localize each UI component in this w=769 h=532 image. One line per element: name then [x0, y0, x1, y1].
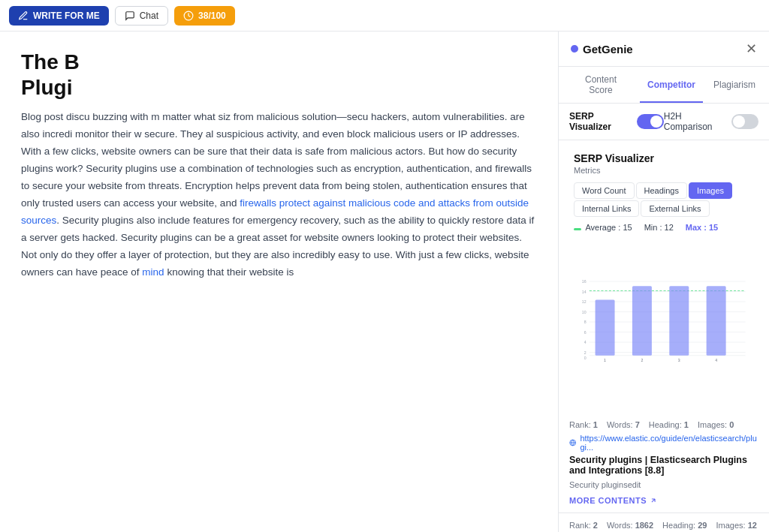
- serp-visualizer-label: SERP Visualizer: [569, 111, 637, 132]
- bar-chart: 16 14 12 10 8 6 4 2 0: [574, 238, 753, 405]
- metric-tab-internal-links[interactable]: Internal Links: [574, 200, 639, 217]
- rank-card-1: Rank: 1 Words: 7 Heading: 1 Images: 0 ht…: [559, 413, 769, 513]
- editor-title: The BPlugi: [21, 50, 537, 100]
- score-icon: [183, 11, 194, 21]
- score-label: 38/100: [198, 11, 226, 21]
- bar-3: [669, 286, 689, 355]
- firewall-link[interactable]: firewalls protect against malicious code…: [21, 197, 529, 226]
- right-panel: GetGenie ✕ Content Score Competitor Plag…: [559, 32, 769, 532]
- editor-area: The BPlugi Blog post discu buzzing with …: [0, 32, 559, 532]
- chart-container: SERP Visualizer Metrics Word Count Headi…: [559, 140, 769, 413]
- h2h-toggle[interactable]: [731, 114, 758, 129]
- rank-2-images: Images: 12: [716, 521, 756, 530]
- toggle-knob: [650, 116, 662, 128]
- write-label: WRITE FOR ME: [33, 11, 100, 21]
- svg-text:6: 6: [584, 330, 587, 335]
- bar-2: [632, 286, 652, 355]
- rank-1-url[interactable]: https://www.elastic.co/guide/en/elastics…: [569, 434, 758, 452]
- chat-label: Chat: [140, 11, 158, 21]
- rank-meta-2: Rank: 2 Words: 1862 Heading: 29 Images: …: [569, 521, 758, 530]
- svg-text:12: 12: [582, 299, 587, 304]
- svg-text:8: 8: [584, 320, 587, 324]
- bar-4: [707, 286, 726, 355]
- chart-title: SERP Visualizer: [574, 152, 753, 164]
- toolbar: WRITE FOR ME Chat 38/100: [0, 0, 769, 32]
- legend-average: Average : 15: [574, 223, 632, 232]
- globe-icon-1: [569, 439, 576, 446]
- rank-meta-1: Rank: 1 Words: 7 Heading: 1 Images: 0: [569, 420, 758, 429]
- rank-1-desc: Security pluginsedit: [569, 479, 758, 491]
- rank-card-2: Rank: 2 Words: 1862 Heading: 29 Images: …: [559, 513, 769, 533]
- svg-text:16: 16: [582, 279, 587, 284]
- serp-viz-section: SERP Visualizer Metrics Word Count Headi…: [559, 140, 769, 532]
- serp-visualizer-toggle[interactable]: [637, 114, 664, 129]
- metric-tabs: Word Count Headings Images Internal Link…: [574, 182, 753, 217]
- chart-subtitle: Metrics: [574, 166, 753, 175]
- legend-dot: [574, 228, 581, 230]
- svg-text:14: 14: [582, 290, 587, 294]
- metric-tab-word-count[interactable]: Word Count: [574, 182, 635, 199]
- svg-text:0: 0: [584, 356, 587, 360]
- chat-button[interactable]: Chat: [115, 6, 168, 26]
- svg-text:2: 2: [641, 358, 643, 362]
- panel-brand: GetGenie: [571, 43, 633, 56]
- close-button[interactable]: ✕: [746, 41, 757, 57]
- editor-body[interactable]: Blog post discu buzzing with m matter wh…: [21, 109, 537, 281]
- svg-text:2: 2: [584, 350, 587, 355]
- body-paragraph-1: Blog post discu buzzing with m matter wh…: [21, 109, 537, 281]
- main-layout: The BPlugi Blog post discu buzzing with …: [0, 32, 769, 532]
- write-icon: [18, 11, 29, 21]
- svg-text:1: 1: [604, 358, 606, 362]
- tab-plagiarism[interactable]: Plagiarism: [706, 67, 763, 103]
- legend-max: Max : 15: [686, 223, 718, 232]
- svg-text:4: 4: [584, 340, 587, 344]
- chart-legend: Average : 15 Min : 12 Max : 15: [574, 223, 753, 232]
- chat-icon: [125, 11, 135, 21]
- svg-text:3: 3: [678, 358, 680, 362]
- panel-tabs: Content Score Competitor Plagiarism: [559, 67, 769, 104]
- svg-text:4: 4: [715, 358, 717, 362]
- serp-toggle-row: SERP Visualizer H2H Comparison: [559, 104, 769, 140]
- brand-dot: [571, 45, 578, 53]
- h2h-label: H2H Comparison: [664, 111, 731, 132]
- write-for-me-button[interactable]: WRITE FOR ME: [9, 6, 109, 26]
- metric-tab-images[interactable]: Images: [689, 182, 732, 199]
- panel-header: GetGenie ✕: [559, 32, 769, 67]
- rank-2-heading: Heading: 29: [662, 521, 707, 530]
- arrow-icon-1: [650, 497, 657, 504]
- legend-min: Min : 12: [644, 223, 674, 232]
- rank-1-heading: Heading: 1: [649, 420, 689, 429]
- rank-2-words: Words: 1862: [607, 521, 653, 530]
- brand-name: GetGenie: [583, 43, 633, 56]
- rank-2-rank: Rank: 2: [569, 521, 598, 530]
- rank-1-rank: Rank: 1: [569, 420, 598, 429]
- rank-1-words: Words: 7: [607, 420, 640, 429]
- svg-text:10: 10: [582, 310, 587, 314]
- chart-svg: 16 14 12 10 8 6 4 2 0: [574, 238, 753, 403]
- metric-tab-headings[interactable]: Headings: [636, 182, 687, 199]
- metric-tab-external-links[interactable]: External Links: [641, 200, 709, 217]
- rank-1-title: Security plugins | Elasticsearch Plugins…: [569, 455, 758, 476]
- mind-link[interactable]: mind: [142, 266, 164, 278]
- rank-1-images: Images: 0: [698, 420, 734, 429]
- score-button[interactable]: 38/100: [174, 6, 235, 26]
- tab-competitor[interactable]: Competitor: [640, 67, 703, 103]
- bar-1: [596, 299, 615, 355]
- rank-1-more-contents[interactable]: MORE CONTENTS: [569, 496, 657, 505]
- tab-content-score[interactable]: Content Score: [565, 67, 637, 103]
- h2h-toggle-knob: [733, 116, 745, 128]
